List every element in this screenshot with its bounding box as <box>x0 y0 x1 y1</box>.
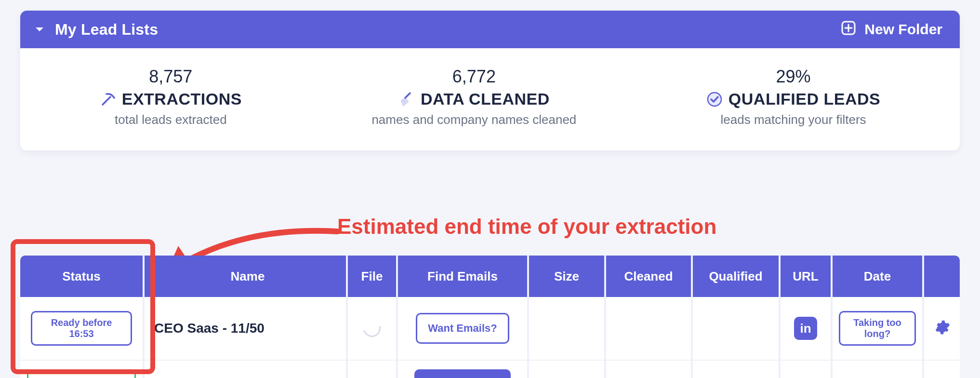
stat-value: 8,757 <box>100 67 242 87</box>
col-name[interactable]: Name <box>145 256 348 297</box>
cell-url <box>781 360 833 378</box>
cell-cleaned <box>606 297 693 360</box>
annotation-text: Estimated end time of your extraction <box>337 215 716 239</box>
stat-extractions: 8,757 EXTRACTIONS total leads extracted <box>100 67 242 127</box>
cell-qualified <box>693 297 781 360</box>
cell-name <box>145 360 348 378</box>
header-left[interactable]: My Lead Lists <box>34 21 158 39</box>
cell-file <box>348 297 398 360</box>
svg-point-1 <box>708 93 721 106</box>
linkedin-icon-text: in <box>800 321 811 336</box>
cell-status: Ready before 16:53 <box>20 297 145 360</box>
col-actions <box>924 256 960 297</box>
stat-value: 6,772 <box>371 67 576 87</box>
check-circle-icon <box>706 91 723 108</box>
col-date[interactable]: Date <box>833 256 924 297</box>
cell-url: in <box>781 297 833 360</box>
pickaxe-icon <box>100 91 116 108</box>
cell-size <box>529 297 606 360</box>
broom-icon <box>398 91 415 108</box>
cell-date <box>833 360 924 378</box>
stat-label: EXTRACTIONS <box>122 90 242 108</box>
lead-lists-panel: My Lead Lists New Folder 8,757 <box>20 11 960 150</box>
status-pill-partial[interactable] <box>27 369 136 378</box>
stat-label: DATA CLEANED <box>421 90 550 108</box>
col-file[interactable]: File <box>348 256 398 297</box>
cell-actions <box>924 360 960 378</box>
col-qualified[interactable]: Qualified <box>693 256 781 297</box>
want-emails-button[interactable]: Want Emails? <box>416 313 509 343</box>
stats-row: 8,757 EXTRACTIONS total leads extracted … <box>20 48 960 150</box>
table-row <box>20 360 960 378</box>
chevron-down-icon <box>34 24 45 35</box>
col-cleaned[interactable]: Cleaned <box>606 256 693 297</box>
taking-too-long-button[interactable]: Taking too long? <box>839 311 916 346</box>
panel-header: My Lead Lists New Folder <box>20 11 960 48</box>
loading-spinner-icon <box>360 316 384 340</box>
col-status[interactable]: Status <box>20 256 145 297</box>
stat-qualified: 29% QUALIFIED LEADS leads matching your … <box>706 67 880 127</box>
col-url[interactable]: URL <box>781 256 833 297</box>
table-header-row: Status Name File Find Emails Size Cleane… <box>20 256 960 297</box>
gear-icon[interactable] <box>934 319 950 338</box>
new-folder-label: New Folder <box>864 21 942 38</box>
plus-square-icon <box>841 21 856 39</box>
cell-size <box>529 360 606 378</box>
cell-name[interactable]: CEO Saas - 11/50 <box>145 297 348 360</box>
status-pill[interactable]: Ready before 16:53 <box>31 311 132 346</box>
stat-label: QUALIFIED LEADS <box>728 90 880 108</box>
stat-sub: names and company names cleaned <box>371 112 576 127</box>
stat-cleaned: 6,772 DATA CLEANED names and company nam… <box>371 67 576 127</box>
cell-actions <box>924 297 960 360</box>
cell-emails <box>398 360 529 378</box>
cell-file <box>348 360 398 378</box>
cell-emails: Want Emails? <box>398 297 529 360</box>
stat-sub: total leads extracted <box>100 112 242 127</box>
cell-cleaned <box>606 360 693 378</box>
col-emails[interactable]: Find Emails <box>398 256 529 297</box>
leads-table: Status Name File Find Emails Size Cleane… <box>20 256 960 378</box>
new-folder-button[interactable]: New Folder <box>841 21 942 39</box>
stat-sub: leads matching your filters <box>706 112 880 127</box>
linkedin-icon[interactable]: in <box>794 317 817 340</box>
cell-qualified <box>693 360 781 378</box>
cell-date: Taking too long? <box>833 297 924 360</box>
emails-pill-partial[interactable] <box>414 369 511 378</box>
cell-status <box>20 360 145 378</box>
panel-title: My Lead Lists <box>55 21 158 39</box>
table-row: Ready before 16:53 CEO Saas - 11/50 Want… <box>20 297 960 360</box>
stat-value: 29% <box>706 67 880 87</box>
col-size[interactable]: Size <box>529 256 606 297</box>
